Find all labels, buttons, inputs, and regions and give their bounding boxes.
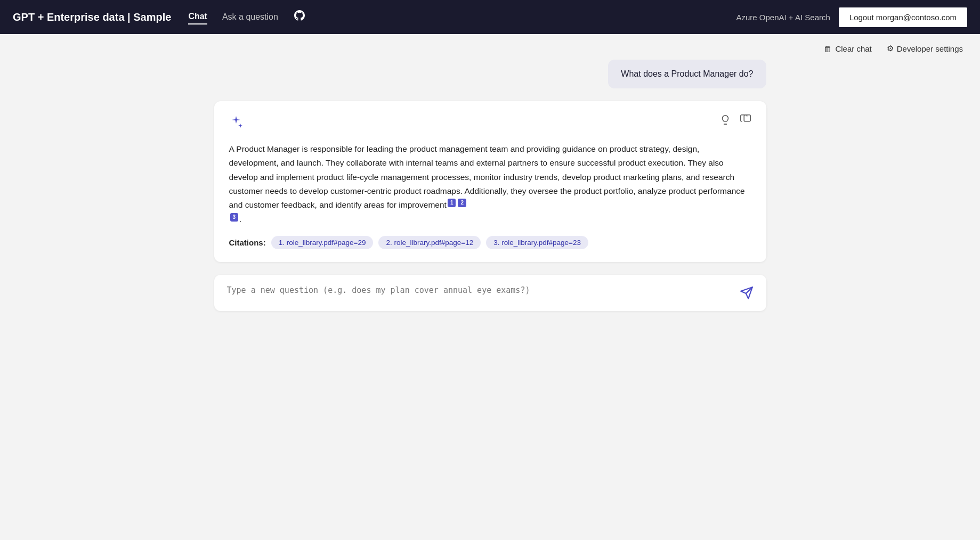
navbar: GPT + Enterprise data | Sample Chat Ask … [0, 0, 980, 34]
nav-chat[interactable]: Chat [188, 10, 207, 24]
clear-chat-button[interactable]: 🗑 Clear chat [824, 44, 871, 53]
logout-button[interactable]: Logout morgan@contoso.com [839, 7, 967, 27]
citations-label: Citations: [229, 238, 266, 247]
ai-sparkle-icon [229, 114, 245, 134]
user-message: What does a Product Manager do? [608, 60, 766, 88]
response-body: A Product Manager is responsible for lea… [229, 144, 745, 209]
citation-chip-3[interactable]: 3. role_library.pdf#page=23 [486, 236, 588, 249]
trash-icon: 🗑 [824, 44, 832, 53]
chat-container: What does a Product Manager do? [197, 60, 783, 328]
app-title: GPT + Enterprise data | Sample [13, 11, 171, 23]
response-period: . [239, 215, 241, 224]
nav-ask-question[interactable]: Ask a question [222, 10, 278, 24]
send-button[interactable] [740, 286, 754, 300]
chat-input[interactable] [227, 285, 733, 300]
citations-row: Citations: 1. role_library.pdf#page=29 2… [229, 236, 751, 249]
lightbulb-icon[interactable] [719, 114, 731, 128]
response-text: A Product Manager is responsible for lea… [229, 142, 751, 226]
github-icon[interactable] [293, 9, 306, 25]
response-card-header [229, 114, 751, 134]
citation-sup-2[interactable]: 2 [458, 199, 466, 207]
user-message-wrapper: What does a Product Manager do? [214, 60, 766, 88]
citation-sup-3[interactable]: 3 [230, 213, 239, 222]
azure-label: Azure OpenAI + AI Search [736, 13, 830, 22]
response-card: A Product Manager is responsible for lea… [214, 101, 766, 262]
navbar-right: Azure OpenAI + AI Search Logout morgan@c… [736, 7, 967, 27]
gear-icon: ⚙ [887, 44, 894, 53]
nav-links: Chat Ask a question [188, 9, 719, 25]
citation-sup-1[interactable]: 1 [448, 199, 456, 207]
toolbar: 🗑 Clear chat ⚙ Developer settings [0, 34, 980, 60]
clear-chat-label: Clear chat [835, 44, 871, 53]
developer-settings-label: Developer settings [897, 44, 963, 53]
clipboard-icon[interactable] [740, 114, 751, 128]
citation-chip-1[interactable]: 1. role_library.pdf#page=29 [271, 236, 374, 249]
input-card [214, 275, 766, 311]
developer-settings-button[interactable]: ⚙ Developer settings [887, 44, 963, 53]
response-actions [719, 114, 751, 128]
citation-chip-2[interactable]: 2. role_library.pdf#page=12 [378, 236, 481, 249]
